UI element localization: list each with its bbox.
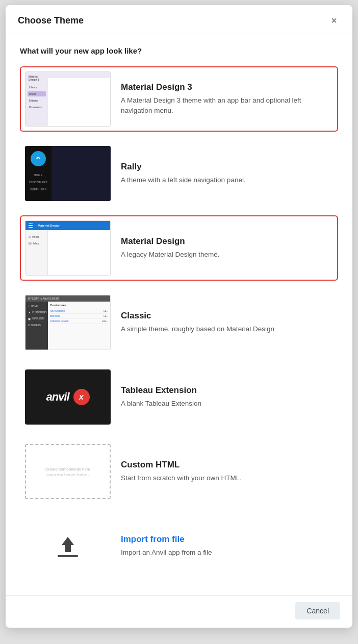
theme-item-tableau[interactable]: anvil x Tableau Extension A blank Tablea… <box>20 364 338 430</box>
md-body: ⌂ Home ⊟ Inbox <box>25 230 110 275</box>
theme-list: Material Design 3 Library Shoes Exterior… <box>20 66 338 579</box>
classic-body: ⌂ HOME ▲ CUSTOMERS ◼ SUPPLIERS ≡ ORDERS <box>25 302 110 350</box>
classic-content-title: Customers <box>50 304 108 307</box>
theme-name-md3: Material Design 3 <box>121 82 333 92</box>
theme-item-md3[interactable]: Material Design 3 Library Shoes Exterior… <box>20 66 338 132</box>
theme-info-md: Material Design A legacy Material Design… <box>121 236 333 260</box>
choose-theme-dialog: Choose Theme × What will your new app lo… <box>6 5 352 628</box>
thumbnail-tableau: anvil x <box>25 369 111 425</box>
theme-desc-rally: A theme with a left side navigation pane… <box>121 175 333 185</box>
svg-rect-4 <box>58 555 78 557</box>
md3-sidebar: Material Design 3 Library Shoes Exterior… <box>25 72 48 126</box>
rally-preview: HOME CUSTOMERS SUPPLIERS <box>25 146 111 201</box>
rally-nav-suppliers: SUPPLIERS <box>30 187 47 192</box>
md-content <box>48 230 110 275</box>
theme-info-tableau: Tableau Extension A blank Tableau Extens… <box>121 385 333 409</box>
anvil-preview: anvil x <box>25 369 111 425</box>
theme-desc-classic: A simple theme, roughly based on Materia… <box>121 324 333 334</box>
classic-row-3: Catherine GossettLast... <box>50 319 108 324</box>
upload-icon <box>54 533 82 559</box>
customers-icon: ▲ <box>28 311 31 314</box>
classic-row-1: Alex AndersonLa... <box>50 309 108 314</box>
classic-topbar: MYCORP MANAGEMENT <box>25 295 110 302</box>
theme-info-classic: Classic A simple theme, roughly based on… <box>121 311 333 334</box>
anvil-text: anvil <box>46 390 69 404</box>
dialog-title: Choose Theme <box>18 15 84 26</box>
anvil-logo: anvil x <box>46 389 89 405</box>
classic-row-2: Bob BlassLa... <box>50 314 108 319</box>
md3-nav-downloads: Downloads <box>28 105 46 110</box>
theme-info-rally: Rally A theme with a left side navigatio… <box>121 162 333 185</box>
anvil-badge: x <box>73 389 90 405</box>
classic-nav-home: ⌂ HOME <box>27 304 46 309</box>
theme-item-import[interactable]: Import from file Import an Anvil app fro… <box>20 513 338 579</box>
theme-name-classic: Classic <box>121 311 333 321</box>
rally-nav-home: HOME <box>34 172 43 178</box>
classic-nav-suppliers: ◼ SUPPLIERS <box>27 316 46 321</box>
md-sidenav: ⌂ Home ⊟ Inbox <box>25 230 48 275</box>
md-nav-home: ⌂ Home <box>28 233 45 240</box>
theme-item-custom[interactable]: Create components here Drag & drop from … <box>20 439 338 504</box>
md3-sidebar-title: Material Design 3 <box>29 75 46 81</box>
theme-desc-tableau: A blank Tableau Extension <box>121 399 333 409</box>
classic-preview: MYCORP MANAGEMENT ⌂ HOME ▲ CUSTOMERS <box>25 295 111 350</box>
inbox-icon: ⊟ <box>29 241 32 245</box>
theme-desc-custom: Start from scratch with your own HTML. <box>121 473 333 483</box>
theme-name-tableau: Tableau Extension <box>121 385 333 395</box>
classic-nav-orders: ≡ ORDERS <box>27 323 46 328</box>
theme-info-md3: Material Design 3 A Material Design 3 th… <box>121 82 333 116</box>
rally-nav-customers: CUSTOMERS <box>29 180 47 185</box>
theme-item-rally[interactable]: HOME CUSTOMERS SUPPLIERS Rally A theme w… <box>20 141 338 206</box>
md3-nav-library: Library <box>28 85 46 90</box>
thumbnail-md: Material Design ⌂ Home ⊟ Inbox <box>25 220 111 276</box>
thumbnail-rally: HOME CUSTOMERS SUPPLIERS <box>25 146 111 201</box>
theme-item-classic[interactable]: MYCORP MANAGEMENT ⌂ HOME ▲ CUSTOMERS <box>20 290 338 355</box>
classic-sidebar: ⌂ HOME ▲ CUSTOMERS ◼ SUPPLIERS ≡ ORDERS <box>25 302 48 350</box>
dialog-body: What will your new app look like? Materi… <box>6 34 352 596</box>
home-icon: ⌂ <box>29 235 31 238</box>
import-preview <box>25 518 111 574</box>
orders-icon: ≡ <box>28 324 30 327</box>
classic-main: Customers Alex AndersonLa... Bob BlassLa… <box>48 302 110 350</box>
svg-point-0 <box>34 155 42 163</box>
close-button[interactable]: × <box>328 14 340 27</box>
thumbnail-classic: MYCORP MANAGEMENT ⌂ HOME ▲ CUSTOMERS <box>25 295 111 350</box>
thumbnail-custom: Create components here Drag & drop from … <box>25 444 111 499</box>
thumbnail-import <box>25 518 111 574</box>
md3-nav-shoes: Shoes <box>28 91 46 96</box>
thumbnail-md3: Material Design 3 Library Shoes Exterior… <box>25 71 111 127</box>
theme-item-md[interactable]: Material Design ⌂ Home ⊟ Inbox <box>20 215 338 281</box>
theme-name-custom: Custom HTML <box>121 460 333 470</box>
custom-preview: Create components here Drag & drop from … <box>25 444 111 499</box>
home-icon: ⌂ <box>28 305 30 308</box>
md-topbar-title: Material Design <box>38 224 60 227</box>
custom-sub-text: Drag & drop from the Toolbox » <box>46 473 89 476</box>
section-subtitle: What will your new app look like? <box>20 46 338 55</box>
svg-marker-3 <box>62 537 74 552</box>
custom-main-text: Create components here <box>45 467 90 472</box>
cancel-button[interactable]: Cancel <box>295 602 340 620</box>
md3-main <box>48 72 110 126</box>
dialog-header: Choose Theme × <box>6 5 352 34</box>
rally-sidebar: HOME CUSTOMERS SUPPLIERS <box>25 146 52 201</box>
md-hamburger-icon <box>29 224 33 228</box>
classic-topbar-title: MYCORP MANAGEMENT <box>28 298 60 300</box>
theme-info-custom: Custom HTML Start from scratch with your… <box>121 460 333 483</box>
md3-topbar <box>48 72 110 78</box>
theme-info-import: Import from file Import an Anvil app fro… <box>121 534 333 558</box>
theme-name-md: Material Design <box>121 236 333 246</box>
theme-desc-md: A legacy Material Design theme. <box>121 250 333 260</box>
dialog-footer: Cancel <box>6 596 352 628</box>
theme-desc-md3: A Material Design 3 theme with an app ba… <box>121 95 333 116</box>
md3-preview: Material Design 3 Library Shoes Exterior… <box>25 71 111 127</box>
md-nav-inbox: ⊟ Inbox <box>28 240 45 247</box>
md3-nav-exterior: Exterior <box>28 98 46 103</box>
theme-name-import: Import from file <box>121 534 333 544</box>
md-preview: Material Design ⌂ Home ⊟ Inbox <box>25 220 111 276</box>
theme-desc-import: Import an Anvil app from a file <box>121 548 333 558</box>
rally-logo <box>31 151 46 166</box>
import-icon <box>54 533 82 559</box>
theme-name-rally: Rally <box>121 162 333 172</box>
rally-main <box>52 146 111 201</box>
classic-nav-customers: ▲ CUSTOMERS <box>27 310 46 315</box>
